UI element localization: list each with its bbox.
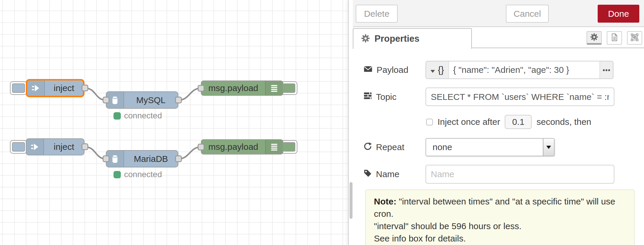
status-dot-icon (113, 112, 121, 120)
note-line-1: Note: "interval between times" and "at a… (374, 195, 626, 220)
inject-node[interactable]: inject (26, 138, 84, 155)
mariadb-node-label: MariaDB (124, 151, 178, 167)
debug-node[interactable]: msg.payload (201, 80, 283, 96)
caret-down-icon (431, 65, 435, 75)
payload-row: Payload {} (363, 61, 614, 79)
gear-icon (590, 33, 598, 42)
output-port[interactable] (82, 143, 88, 150)
debug-toggle-inner (282, 142, 295, 152)
status-dot-icon (113, 171, 121, 178)
input-port[interactable] (103, 155, 109, 162)
tab-properties-label: Properties (374, 33, 419, 44)
mariadb-node[interactable]: MariaDB (106, 150, 178, 167)
input-port[interactable] (198, 85, 204, 92)
debug-icon (265, 81, 283, 95)
cron-note: Note: "interval between times" and "at a… (365, 189, 635, 245)
delete-button[interactable]: Delete (356, 5, 398, 23)
debug-node-label: msg.payload (201, 81, 265, 95)
tray-header: Delete Cancel Done (353, 0, 644, 27)
inject-once-checkbox[interactable] (426, 119, 433, 125)
done-button[interactable]: Done (598, 5, 639, 23)
document-icon (610, 33, 618, 43)
inject-icon (27, 80, 45, 96)
wires-layer (0, 0, 348, 245)
inject-once-row: Inject once after seconds, then (426, 115, 591, 129)
inject-node[interactable]: inject (26, 79, 84, 97)
note-bold: Note: (374, 197, 396, 206)
inject-once-suffix: seconds, then (536, 117, 591, 127)
repeat-select-value: none (426, 142, 543, 152)
inject-once-seconds-input[interactable] (505, 115, 532, 129)
name-input[interactable] (426, 165, 614, 184)
payload-label: Payload (363, 64, 426, 76)
node-edit-tray: Delete Cancel Done Properties (353, 0, 644, 245)
topic-label: Topic (363, 91, 426, 102)
tab-properties[interactable]: Properties (353, 28, 472, 49)
tray-toolbar (587, 31, 642, 45)
node-red-editor: inject MySQL connected msg.payload (0, 0, 644, 245)
repeat-select[interactable]: none (426, 138, 555, 156)
input-port[interactable] (103, 97, 109, 103)
debug-icon (265, 140, 283, 154)
tray-tab-bar: Properties (353, 27, 644, 48)
caret-down-icon (543, 139, 554, 156)
inject-trigger-button[interactable] (10, 140, 27, 154)
mysql-node-label: MySQL (124, 92, 178, 108)
node-appearance-button[interactable] (627, 31, 642, 45)
note-line-2: "interval" should be 596 hours or less. (374, 220, 626, 232)
input-port[interactable] (198, 144, 204, 150)
node-status: connected (113, 170, 162, 179)
mysql-node[interactable]: MySQL (106, 91, 178, 109)
inject-node-label: inject (44, 139, 84, 155)
repeat-icon (363, 142, 372, 153)
status-text: connected (124, 170, 162, 179)
cancel-button[interactable]: Cancel (506, 5, 549, 23)
tray-form: Payload {} (353, 48, 644, 245)
output-port[interactable] (175, 155, 182, 162)
debug-node-label: msg.payload (201, 140, 265, 154)
payload-input[interactable] (449, 61, 599, 78)
inject-trigger-inner (12, 142, 25, 152)
tasks-icon (363, 91, 372, 102)
flow-canvas[interactable]: inject MySQL connected msg.payload (0, 0, 348, 245)
debug-toggle-inner (282, 83, 295, 93)
payload-typed-input: {} (426, 61, 614, 79)
repeat-row: Repeat none (363, 138, 555, 156)
appearance-group-icon (631, 33, 639, 43)
status-text: connected (124, 111, 162, 120)
inject-node-label: inject (45, 80, 83, 96)
ellipsis-icon (603, 67, 610, 73)
topic-row: Topic (363, 88, 614, 106)
payload-type-select[interactable]: {} (426, 61, 449, 78)
payload-expand-button[interactable] (599, 61, 613, 78)
gear-icon (361, 34, 370, 44)
inject-trigger-inner (12, 83, 25, 93)
output-port[interactable] (82, 85, 88, 91)
note-line-3: See info box for details. (374, 232, 626, 245)
payload-type-json: {} (438, 65, 444, 75)
topic-input[interactable] (426, 88, 614, 106)
edit-properties-button[interactable] (587, 31, 602, 45)
inject-once-label: Inject once after (438, 117, 500, 127)
name-label: Name (363, 169, 426, 180)
edit-description-button[interactable] (607, 31, 622, 45)
tag-icon (363, 169, 372, 180)
output-port[interactable] (175, 97, 182, 103)
tray-scrollbar-thumb[interactable] (350, 182, 352, 219)
inject-trigger-button[interactable] (10, 81, 27, 95)
repeat-label: Repeat (363, 142, 426, 153)
name-row: Name (363, 165, 614, 184)
tray-resize-divider[interactable] (348, 0, 353, 245)
debug-node[interactable]: msg.payload (201, 139, 283, 155)
envelope-icon (363, 64, 373, 76)
inject-icon (26, 139, 44, 155)
node-status: connected (113, 111, 162, 120)
